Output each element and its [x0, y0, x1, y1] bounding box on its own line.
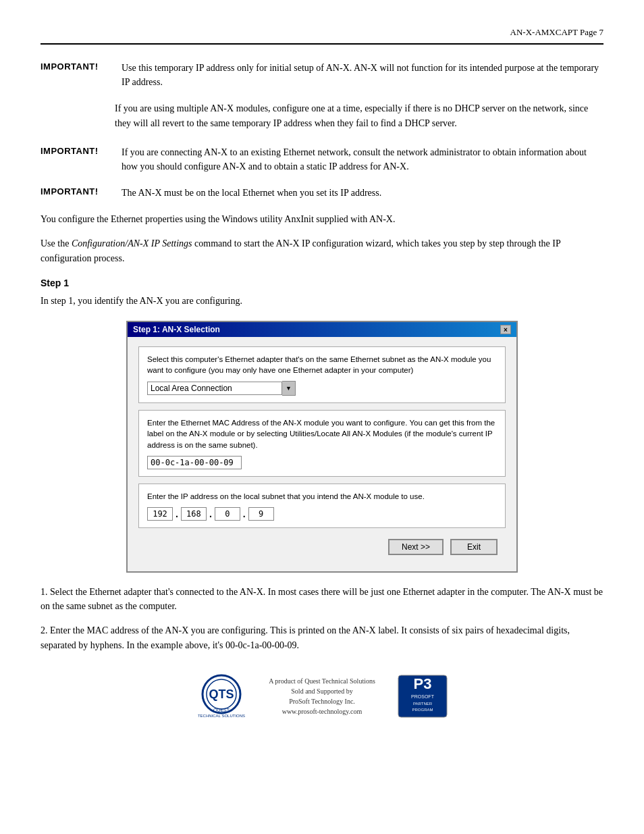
important-label-3: IMPORTANT!: [41, 186, 115, 197]
footer-area: QTS QUEST TECHNICAL SOLUTIONS A product …: [41, 673, 603, 720]
footer-line3: ProSoft Technology Inc.: [269, 696, 375, 706]
ip-description: Enter the IP address on the local subnet…: [147, 491, 497, 502]
body-para3-italic: Configuration/AN-X IP Settings: [72, 238, 192, 249]
footer-text: A product of Quest Technical Solutions S…: [269, 676, 375, 716]
step1-intro: In step 1, you identify the AN-X you are…: [41, 294, 603, 309]
adapter-input[interactable]: [147, 382, 282, 395]
p3-logo: P3 PROSOFT PARTNER PROGRAM: [396, 673, 450, 720]
important-block-1: IMPORTANT! Use this temporary IP address…: [41, 61, 603, 89]
mac-input[interactable]: [147, 456, 242, 469]
dialog-footer: Next >> Exit: [138, 535, 506, 562]
mac-description: Enter the Ethernet MAC Address of the AN…: [147, 417, 497, 450]
ip-octet-2[interactable]: [181, 507, 207, 521]
dialog-section-mac: Enter the Ethernet MAC Address of the AN…: [138, 410, 506, 476]
svg-text:PROGRAM: PROGRAM: [412, 708, 433, 712]
svg-text:TECHNICAL SOLUTIONS: TECHNICAL SOLUTIONS: [198, 714, 245, 718]
body-para-config: Use the Configuration/AN-X IP Settings c…: [41, 236, 603, 265]
ip-octet-3[interactable]: [215, 507, 240, 521]
important-block-3: IMPORTANT! The AN-X must be on the local…: [41, 186, 603, 200]
ots-logo: QTS QUEST TECHNICAL SOLUTIONS: [194, 673, 248, 720]
footer-line2: Sold and Supported by: [269, 686, 375, 696]
exit-button[interactable]: Exit: [450, 539, 498, 555]
adapter-description: Select this computer's Ethernet adapter …: [147, 354, 497, 375]
ip-dot-3: .: [242, 509, 247, 519]
svg-text:PARTNER: PARTNER: [413, 702, 433, 706]
ip-octet-1[interactable]: [147, 507, 173, 521]
dialog-body: Select this computer's Ethernet adapter …: [128, 337, 516, 571]
important-label-2: IMPORTANT!: [41, 145, 115, 156]
ip-dot-2: .: [208, 509, 213, 519]
ip-row: . . .: [147, 507, 497, 521]
dialog: Step 1: AN-X Selection × Select this com…: [126, 321, 518, 573]
dialog-wrapper: Step 1: AN-X Selection × Select this com…: [41, 321, 603, 573]
next-button[interactable]: Next >>: [388, 539, 444, 555]
body-para-dhcp: If you are using multiple AN-X modules, …: [115, 101, 603, 130]
numbered-para-1: 1. Select the Ethernet adapter that's co…: [41, 585, 603, 614]
svg-text:P3: P3: [413, 675, 431, 692]
dialog-section-adapter: Select this computer's Ethernet adapter …: [138, 346, 506, 403]
dialog-titlebar: Step 1: AN-X Selection ×: [128, 322, 516, 337]
ip-dot-1: .: [174, 509, 180, 519]
page-header: AN-X-AMXCAPT Page 7: [41, 27, 603, 45]
important-text-3: The AN-X must be on the local Ethernet w…: [122, 186, 603, 200]
dialog-title: Step 1: AN-X Selection: [133, 325, 220, 334]
adapter-dropdown-arrow[interactable]: ▼: [282, 381, 296, 396]
page-header-text: AN-X-AMXCAPT Page 7: [510, 27, 603, 37]
important-text-2: If you are connecting AN-X to an existin…: [122, 145, 603, 174]
numbered-para-2: 2. Enter the MAC address of the AN-X you…: [41, 623, 603, 652]
important-text-1: Use this temporary IP address only for i…: [122, 61, 603, 89]
svg-text:PROSOFT: PROSOFT: [411, 694, 435, 699]
adapter-dropdown[interactable]: ▼: [147, 381, 497, 396]
svg-text:QUEST: QUEST: [213, 708, 230, 713]
body-para3-prefix: Use the: [41, 238, 72, 249]
ip-octet-4[interactable]: [248, 507, 274, 521]
dialog-close-button[interactable]: ×: [500, 325, 511, 334]
body-para-anx: You configure the Ethernet properties us…: [41, 212, 603, 227]
step1-heading: Step 1: [41, 278, 603, 288]
svg-text:QTS: QTS: [209, 687, 234, 701]
important-label-1: IMPORTANT!: [41, 61, 115, 72]
footer-line1: A product of Quest Technical Solutions: [269, 676, 375, 686]
footer-line4: www.prosoft-technology.com: [269, 706, 375, 716]
dialog-section-ip: Enter the IP address on the local subnet…: [138, 484, 506, 528]
important-block-2: IMPORTANT! If you are connecting AN-X to…: [41, 145, 603, 174]
page: AN-X-AMXCAPT Page 7 IMPORTANT! Use this …: [0, 0, 644, 747]
